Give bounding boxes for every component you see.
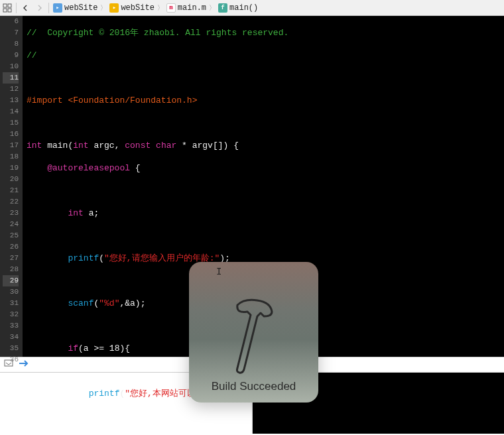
breadcrumb-label: main.m (178, 3, 206, 13)
forward-button[interactable] (32, 1, 47, 15)
code-text: <Foundation/Foundation.h> (68, 95, 197, 105)
svg-rect-0 (3, 4, 7, 7)
breadcrumb-label: main() (229, 3, 258, 13)
line-number: 19 (3, 162, 19, 174)
build-succeeded-hud: Build Succeeded (189, 262, 318, 403)
function-icon: f (218, 3, 227, 13)
disclosure-icon[interactable] (4, 359, 13, 371)
line-number: 20 (3, 174, 19, 185)
line-number: 27 (3, 253, 19, 264)
line-number: 17 (3, 140, 19, 151)
code-text: // (27, 50, 37, 60)
code-text (27, 72, 504, 84)
project-icon: ▸ (53, 3, 62, 13)
breadcrumb-label: webSite (121, 3, 154, 13)
back-button[interactable] (18, 1, 32, 15)
line-number: 22 (3, 196, 19, 208)
svg-rect-4 (5, 360, 13, 366)
breadcrumb-file[interactable]: m main.m (166, 3, 206, 13)
separator (48, 3, 49, 13)
line-number: 29 (3, 275, 19, 286)
hammer-icon (224, 295, 284, 375)
line-number: 34 (3, 332, 19, 343)
chevron-right-icon: 〉 (209, 3, 216, 13)
line-number: 7 (3, 27, 19, 38)
line-number-gutter: 6789101112131415161718192021222324252627… (0, 16, 23, 357)
line-number: 23 (3, 208, 19, 219)
breadcrumb-label: webSite (64, 3, 97, 13)
line-number: 8 (3, 38, 19, 50)
code-text (27, 117, 504, 129)
breadcrumb: ▸ webSite 〉 ▸ webSite 〉 m main.m 〉 f mai… (50, 3, 258, 13)
line-number: 13 (3, 95, 19, 106)
related-items-icon[interactable] (0, 1, 15, 15)
line-number: 21 (3, 185, 19, 196)
line-number: 26 (3, 241, 19, 253)
line-number: 32 (3, 309, 19, 320)
breadcrumb-folder[interactable]: ▸ webSite (109, 3, 154, 13)
line-number: 33 (3, 320, 19, 332)
folder-icon: ▸ (109, 3, 119, 13)
svg-rect-3 (8, 9, 11, 12)
line-number: 11 (3, 72, 19, 84)
breadcrumb-func[interactable]: f main() (218, 3, 258, 13)
code-text: #import (27, 95, 68, 105)
line-number: 28 (3, 264, 19, 275)
line-number: 18 (3, 151, 19, 162)
line-number: 14 (3, 106, 19, 117)
line-number: 31 (3, 298, 19, 309)
line-number: 25 (3, 230, 19, 241)
line-number: 12 (3, 84, 19, 95)
line-number: 16 (3, 129, 19, 140)
line-number: 10 (3, 61, 19, 72)
line-number: 35 (3, 343, 19, 354)
navigation-toolbar: ▸ webSite 〉 ▸ webSite 〉 m main.m 〉 f mai… (0, 0, 504, 16)
svg-rect-2 (3, 9, 7, 12)
breadcrumb-project[interactable]: ▸ webSite (53, 3, 97, 13)
svg-rect-1 (8, 4, 11, 7)
chevron-right-icon: 〉 (157, 3, 164, 13)
chevron-right-icon: 〉 (100, 3, 107, 13)
line-number: 24 (3, 219, 19, 230)
separator (16, 3, 17, 13)
line-number: 9 (3, 50, 19, 61)
line-number: 15 (3, 117, 19, 129)
m-file-icon: m (166, 3, 176, 13)
code-text: // Copyright © 2016年 zhaobi. All rights … (27, 28, 288, 38)
line-number: 6 (3, 16, 19, 27)
line-number: 30 (3, 286, 19, 298)
build-status-label: Build Succeeded (212, 380, 296, 393)
